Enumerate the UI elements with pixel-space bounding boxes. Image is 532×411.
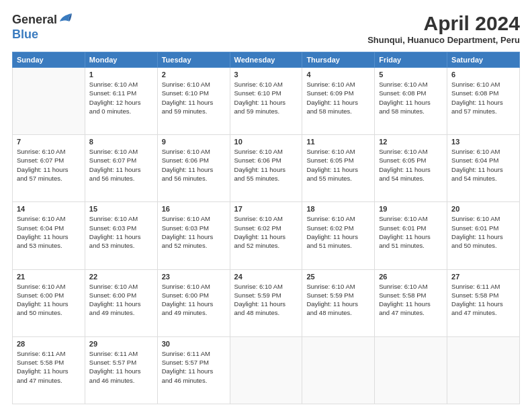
day-info: Sunrise: 6:10 AMSunset: 6:06 PMDaylight:… xyxy=(234,147,298,183)
day-info: Sunrise: 6:11 AMSunset: 5:57 PMDaylight:… xyxy=(89,349,153,385)
day-number: 27 xyxy=(451,273,515,281)
calendar-cell: 18Sunrise: 6:10 AMSunset: 6:02 PMDayligh… xyxy=(302,202,375,269)
day-number: 3 xyxy=(234,71,298,79)
day-number: 28 xyxy=(17,340,81,348)
calendar-cell: 3Sunrise: 6:10 AMSunset: 6:10 PMDaylight… xyxy=(230,68,302,135)
calendar-cell: 5Sunrise: 6:10 AMSunset: 6:08 PMDaylight… xyxy=(375,68,447,135)
day-number: 11 xyxy=(306,138,370,146)
calendar-cell: 14Sunrise: 6:10 AMSunset: 6:04 PMDayligh… xyxy=(13,202,85,269)
page: General Blue April 2024 Shunqui, Huanuco… xyxy=(0,0,532,411)
calendar-cell: 21Sunrise: 6:10 AMSunset: 6:00 PMDayligh… xyxy=(13,269,85,336)
calendar-week-row-0: 1Sunrise: 6:10 AMSunset: 6:11 PMDaylight… xyxy=(13,68,520,135)
calendar-cell: 22Sunrise: 6:10 AMSunset: 6:00 PMDayligh… xyxy=(85,269,157,336)
calendar-cell: 9Sunrise: 6:10 AMSunset: 6:06 PMDaylight… xyxy=(157,135,230,202)
calendar-cell: 13Sunrise: 6:10 AMSunset: 6:04 PMDayligh… xyxy=(447,135,520,202)
day-number: 26 xyxy=(379,273,443,281)
day-info: Sunrise: 6:10 AMSunset: 5:58 PMDaylight:… xyxy=(379,282,443,318)
day-info: Sunrise: 6:11 AMSunset: 5:58 PMDaylight:… xyxy=(451,282,515,318)
calendar-cell: 24Sunrise: 6:10 AMSunset: 5:59 PMDayligh… xyxy=(230,269,302,336)
day-info: Sunrise: 6:10 AMSunset: 5:59 PMDaylight:… xyxy=(234,282,298,318)
day-number: 4 xyxy=(306,71,370,79)
day-info: Sunrise: 6:10 AMSunset: 6:08 PMDaylight:… xyxy=(379,80,443,116)
calendar-cell: 16Sunrise: 6:10 AMSunset: 6:03 PMDayligh… xyxy=(157,202,230,269)
calendar-cell: 25Sunrise: 6:10 AMSunset: 5:59 PMDayligh… xyxy=(302,269,375,336)
day-info: Sunrise: 6:10 AMSunset: 6:00 PMDaylight:… xyxy=(17,282,81,318)
day-number: 22 xyxy=(89,273,153,281)
day-info: Sunrise: 6:10 AMSunset: 6:07 PMDaylight:… xyxy=(89,147,153,183)
subtitle: Shunqui, Huanuco Department, Peru xyxy=(367,35,520,45)
day-number: 6 xyxy=(451,71,515,79)
day-number: 30 xyxy=(162,340,226,348)
calendar-cell xyxy=(302,336,375,404)
day-number: 8 xyxy=(89,138,153,146)
day-info: Sunrise: 6:10 AMSunset: 6:04 PMDaylight:… xyxy=(451,147,515,183)
calendar-cell: 6Sunrise: 6:10 AMSunset: 6:08 PMDaylight… xyxy=(447,68,520,135)
day-number: 13 xyxy=(451,138,515,146)
calendar-cell: 4Sunrise: 6:10 AMSunset: 6:09 PMDaylight… xyxy=(302,68,375,135)
day-number: 18 xyxy=(306,205,370,213)
calendar-cell: 8Sunrise: 6:10 AMSunset: 6:07 PMDaylight… xyxy=(85,135,157,202)
header: General Blue April 2024 Shunqui, Huanuco… xyxy=(12,12,520,45)
calendar-cell: 28Sunrise: 6:11 AMSunset: 5:58 PMDayligh… xyxy=(13,336,85,404)
day-info: Sunrise: 6:11 AMSunset: 5:57 PMDaylight:… xyxy=(162,349,226,385)
calendar-cell xyxy=(375,336,447,404)
calendar-week-row-1: 7Sunrise: 6:10 AMSunset: 6:07 PMDaylight… xyxy=(13,135,520,202)
col-saturday: Saturday xyxy=(447,52,520,68)
calendar-cell: 1Sunrise: 6:10 AMSunset: 6:11 PMDaylight… xyxy=(85,68,157,135)
logo: General Blue xyxy=(12,12,73,42)
day-number: 24 xyxy=(234,273,298,281)
day-number: 14 xyxy=(17,205,81,213)
day-info: Sunrise: 6:10 AMSunset: 5:59 PMDaylight:… xyxy=(306,282,370,318)
day-number: 23 xyxy=(162,273,226,281)
day-info: Sunrise: 6:10 AMSunset: 6:01 PMDaylight:… xyxy=(451,214,515,250)
day-number: 2 xyxy=(162,71,226,79)
col-friday: Friday xyxy=(375,52,447,68)
day-number: 10 xyxy=(234,138,298,146)
calendar-cell: 23Sunrise: 6:10 AMSunset: 6:00 PMDayligh… xyxy=(157,269,230,336)
day-number: 1 xyxy=(89,71,153,79)
day-info: Sunrise: 6:10 AMSunset: 6:02 PMDaylight:… xyxy=(234,214,298,250)
calendar-table: Sunday Monday Tuesday Wednesday Thursday… xyxy=(12,52,520,404)
logo-blue-text: Blue xyxy=(12,28,38,42)
col-sunday: Sunday xyxy=(13,52,85,68)
day-info: Sunrise: 6:10 AMSunset: 6:04 PMDaylight:… xyxy=(17,214,81,250)
calendar-cell xyxy=(447,336,520,404)
calendar-cell: 10Sunrise: 6:10 AMSunset: 6:06 PMDayligh… xyxy=(230,135,302,202)
title-area: April 2024 Shunqui, Huanuco Department, … xyxy=(367,12,520,45)
day-number: 9 xyxy=(162,138,226,146)
day-info: Sunrise: 6:10 AMSunset: 6:02 PMDaylight:… xyxy=(306,214,370,250)
calendar-cell: 15Sunrise: 6:10 AMSunset: 6:03 PMDayligh… xyxy=(85,202,157,269)
main-title: April 2024 xyxy=(367,12,520,35)
calendar-week-row-2: 14Sunrise: 6:10 AMSunset: 6:04 PMDayligh… xyxy=(13,202,520,269)
day-info: Sunrise: 6:11 AMSunset: 5:58 PMDaylight:… xyxy=(17,349,81,385)
calendar-cell: 30Sunrise: 6:11 AMSunset: 5:57 PMDayligh… xyxy=(157,336,230,404)
day-info: Sunrise: 6:10 AMSunset: 6:05 PMDaylight:… xyxy=(306,147,370,183)
day-info: Sunrise: 6:10 AMSunset: 6:10 PMDaylight:… xyxy=(162,80,226,116)
calendar-cell: 12Sunrise: 6:10 AMSunset: 6:05 PMDayligh… xyxy=(375,135,447,202)
day-number: 7 xyxy=(17,138,81,146)
calendar-cell xyxy=(13,68,85,135)
logo-general-text: General xyxy=(12,13,57,27)
day-number: 25 xyxy=(306,273,370,281)
day-info: Sunrise: 6:10 AMSunset: 6:11 PMDaylight:… xyxy=(89,80,153,116)
day-number: 15 xyxy=(89,205,153,213)
calendar-cell: 17Sunrise: 6:10 AMSunset: 6:02 PMDayligh… xyxy=(230,202,302,269)
day-info: Sunrise: 6:10 AMSunset: 6:03 PMDaylight:… xyxy=(89,214,153,250)
calendar-week-row-3: 21Sunrise: 6:10 AMSunset: 6:00 PMDayligh… xyxy=(13,269,520,336)
day-number: 19 xyxy=(379,205,443,213)
calendar-cell: 11Sunrise: 6:10 AMSunset: 6:05 PMDayligh… xyxy=(302,135,375,202)
calendar-cell: 29Sunrise: 6:11 AMSunset: 5:57 PMDayligh… xyxy=(85,336,157,404)
logo-bird-icon xyxy=(58,12,73,28)
calendar-cell: 26Sunrise: 6:10 AMSunset: 5:58 PMDayligh… xyxy=(375,269,447,336)
day-info: Sunrise: 6:10 AMSunset: 6:00 PMDaylight:… xyxy=(162,282,226,318)
day-info: Sunrise: 6:10 AMSunset: 6:07 PMDaylight:… xyxy=(17,147,81,183)
calendar-cell: 7Sunrise: 6:10 AMSunset: 6:07 PMDaylight… xyxy=(13,135,85,202)
day-number: 29 xyxy=(89,340,153,348)
day-info: Sunrise: 6:10 AMSunset: 6:06 PMDaylight:… xyxy=(162,147,226,183)
calendar-header-row: Sunday Monday Tuesday Wednesday Thursday… xyxy=(13,52,520,68)
day-info: Sunrise: 6:10 AMSunset: 6:01 PMDaylight:… xyxy=(379,214,443,250)
day-info: Sunrise: 6:10 AMSunset: 6:10 PMDaylight:… xyxy=(234,80,298,116)
day-info: Sunrise: 6:10 AMSunset: 6:09 PMDaylight:… xyxy=(306,80,370,116)
calendar-cell: 20Sunrise: 6:10 AMSunset: 6:01 PMDayligh… xyxy=(447,202,520,269)
day-info: Sunrise: 6:10 AMSunset: 6:05 PMDaylight:… xyxy=(379,147,443,183)
